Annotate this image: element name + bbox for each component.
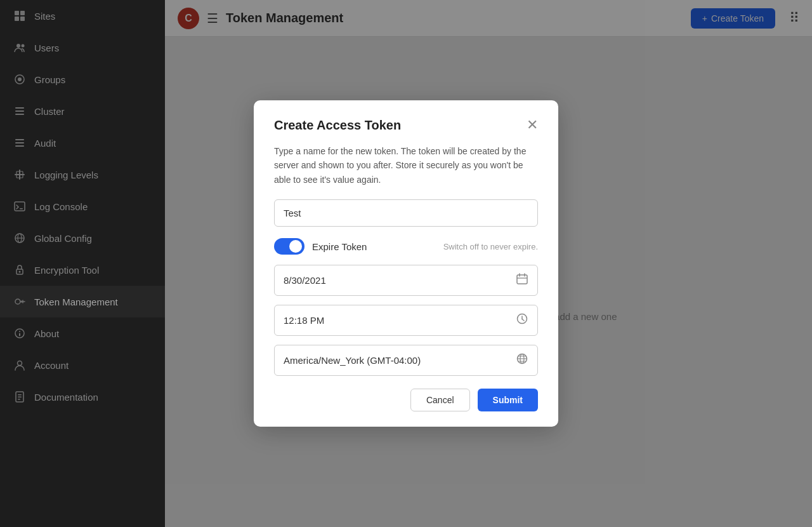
globe-icon (516, 352, 528, 368)
date-value: 8/30/2021 (284, 275, 516, 286)
modal-description: Type a name for the new token. The token… (274, 144, 538, 187)
svg-rect-34 (517, 275, 527, 284)
time-field[interactable]: 12:18 PM (274, 305, 538, 336)
expire-hint: Switch off to never expire. (443, 242, 538, 251)
modal-close-button[interactable]: ✕ (527, 118, 538, 132)
cancel-button[interactable]: Cancel (410, 389, 470, 411)
timezone-value: America/New_York (GMT-04:00) (284, 355, 516, 366)
modal-footer: Cancel Submit (274, 389, 538, 411)
modal-overlay: Create Access Token ✕ Type a name for th… (0, 0, 812, 527)
expire-token-label: Expire Token (312, 241, 367, 252)
calendar-icon (516, 272, 528, 288)
modal-title: Create Access Token (274, 118, 401, 133)
token-name-input[interactable] (274, 199, 538, 227)
submit-button[interactable]: Submit (478, 389, 538, 411)
expire-token-toggle[interactable] (274, 238, 304, 255)
expire-token-row: Expire Token Switch off to never expire. (274, 238, 538, 255)
toggle-slider (274, 238, 304, 255)
svg-line-40 (522, 319, 524, 321)
modal-header: Create Access Token ✕ (274, 118, 538, 133)
clock-icon (516, 312, 528, 328)
date-field[interactable]: 8/30/2021 (274, 265, 538, 296)
timezone-field[interactable]: America/New_York (GMT-04:00) (274, 345, 538, 376)
create-access-token-modal: Create Access Token ✕ Type a name for th… (254, 100, 558, 427)
time-value: 12:18 PM (284, 315, 516, 326)
